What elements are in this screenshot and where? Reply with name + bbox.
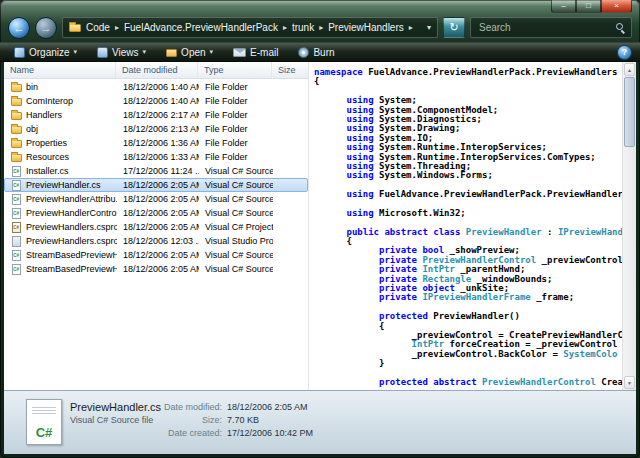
forward-button[interactable]: → bbox=[35, 17, 57, 39]
code-token bbox=[314, 377, 379, 387]
chevron-down-icon: ▾ bbox=[143, 48, 147, 56]
file-row[interactable]: Handlers18/12/2006 2:17 AMFile Folder bbox=[4, 108, 308, 122]
scrollbar-thumb[interactable] bbox=[624, 77, 635, 147]
breadcrumb-segment[interactable]: trunk bbox=[292, 22, 314, 33]
maximize-button[interactable]: □ bbox=[576, 0, 601, 13]
file-name-cell: bin bbox=[5, 82, 117, 92]
vsuser-icon bbox=[12, 236, 21, 247]
code-token: : bbox=[542, 227, 558, 237]
file-name: PreviewHandlers.cspro... bbox=[26, 236, 117, 246]
file-date: 18/12/2006 2:17 AM bbox=[117, 110, 199, 120]
toolbar-button-email[interactable]: E-mail bbox=[227, 45, 284, 60]
file-row[interactable]: Properties18/12/2006 1:36 AMFile Folder bbox=[4, 136, 308, 150]
file-row[interactable]: C#PreviewHandlers.csproj18/12/2006 2:05 … bbox=[4, 220, 308, 234]
help-button[interactable]: ? bbox=[617, 45, 632, 60]
search-icon[interactable] bbox=[616, 23, 625, 32]
file-date: 18/12/2006 2:05 AM bbox=[117, 250, 199, 260]
details-file-name: PreviewHandler.cs bbox=[70, 400, 144, 414]
toolbar-button-organize[interactable]: Organize▾ bbox=[8, 45, 83, 60]
file-type: File Folder bbox=[199, 138, 273, 148]
column-header-size[interactable]: Size bbox=[272, 62, 308, 78]
breadcrumb-separator-icon[interactable]: ▸ bbox=[409, 23, 413, 32]
column-header-type[interactable]: Type bbox=[198, 62, 272, 78]
file-name-cell: C#Installer.cs bbox=[5, 166, 117, 177]
preview-pane: namespace FuelAdvance.PreviewHandlerPack… bbox=[309, 62, 636, 390]
file-name-cell: ComInterop bbox=[5, 96, 117, 106]
file-row[interactable]: C#StreamBasedPreviewH...18/12/2006 2:05 … bbox=[4, 248, 308, 262]
toolbar-button-burn[interactable]: Burn bbox=[292, 45, 340, 60]
file-date: 18/12/2006 12:03 ... bbox=[117, 236, 199, 246]
column-header-date-modified[interactable]: Date modified bbox=[116, 62, 198, 78]
file-row[interactable]: C#StreamBasedPreviewH...18/12/2006 2:05 … bbox=[4, 262, 308, 276]
chevron-down-icon: ▾ bbox=[210, 48, 214, 56]
code-view: namespace FuelAdvance.PreviewHandlerPack… bbox=[309, 62, 622, 390]
file-date: 18/12/2006 1:33 AM bbox=[117, 152, 199, 162]
file-row[interactable]: Resources18/12/2006 1:33 AMFile Folder bbox=[4, 150, 308, 164]
scroll-up-icon: ▲ bbox=[627, 67, 632, 73]
file-row[interactable]: ComInterop18/12/2006 1:40 AMFile Folder bbox=[4, 94, 308, 108]
address-dropdown-button[interactable]: ▾ bbox=[427, 23, 431, 32]
code-line: { bbox=[314, 77, 622, 86]
file-icon-glyph: C# bbox=[14, 225, 20, 230]
file-date: 17/12/2006 11:24 ... bbox=[117, 166, 199, 176]
file-row[interactable]: C#PreviewHandler.cs18/12/2006 2:05 AMVis… bbox=[4, 178, 308, 192]
close-button[interactable]: × bbox=[601, 0, 632, 13]
column-header-name[interactable]: Name bbox=[4, 62, 116, 78]
breadcrumb-separator-icon[interactable]: ▸ bbox=[319, 23, 323, 32]
breadcrumb-segment[interactable]: PreviewHandlers bbox=[328, 22, 404, 33]
titlebar[interactable]: – □ × bbox=[0, 0, 640, 13]
csproj-icon: C# bbox=[12, 222, 21, 233]
toolbar-button-views[interactable]: Views▾ bbox=[91, 45, 152, 60]
code-token: FuelAdvance.PreviewHandlerPack.PreviewHa… bbox=[374, 189, 622, 199]
file-name: Installer.cs bbox=[26, 166, 69, 176]
file-row[interactable]: obj18/12/2006 2:13 AMFile Folder bbox=[4, 122, 308, 136]
code-token: SystemColo bbox=[563, 349, 617, 359]
file-rows: bin18/12/2006 1:40 AMFile FolderComInter… bbox=[4, 79, 308, 390]
file-name-cell: C#PreviewHandler.cs bbox=[5, 180, 117, 191]
breadcrumb-segment[interactable]: Code bbox=[86, 22, 110, 33]
minimize-button[interactable]: – bbox=[551, 0, 576, 13]
code-token: PreviewHandler bbox=[466, 227, 542, 237]
code-line: } bbox=[314, 359, 622, 368]
breadcrumb-segment[interactable]: FuelAdvance.PreviewHandlerPack bbox=[124, 22, 278, 33]
file-name-cell: C#PreviewHandlerAttribu... bbox=[5, 194, 117, 205]
file-row[interactable]: C#PreviewHandlerContro...18/12/2006 2:05… bbox=[4, 206, 308, 220]
breadcrumb[interactable]: Code▸FuelAdvance.PreviewHandlerPack▸trun… bbox=[62, 17, 438, 38]
code-token: protected bbox=[379, 311, 428, 321]
file-date: 18/12/2006 1:36 AM bbox=[117, 138, 199, 148]
file-name: Resources bbox=[26, 152, 69, 162]
breadcrumb-separator-icon[interactable]: ▸ bbox=[283, 23, 287, 32]
file-name-cell: Properties bbox=[5, 138, 117, 148]
folder-icon bbox=[11, 84, 22, 92]
back-button[interactable]: ← bbox=[8, 17, 30, 39]
file-type: Visual C# Source f... bbox=[199, 194, 273, 204]
details-field-value: 7.70 KB bbox=[227, 414, 259, 427]
toolbar-button-open[interactable]: Open▾ bbox=[160, 45, 219, 60]
file-icon-glyph: C# bbox=[14, 253, 20, 258]
csharp-file-icon-glyph: C# bbox=[36, 426, 53, 439]
folder-icon bbox=[11, 154, 22, 162]
file-row[interactable]: PreviewHandlers.cspro...18/12/2006 12:03… bbox=[4, 234, 308, 248]
refresh-button[interactable]: ↻ bbox=[443, 17, 465, 38]
minimize-icon: – bbox=[561, 2, 565, 10]
file-name-cell: C#PreviewHandlers.csproj bbox=[5, 222, 117, 233]
chevron-down-icon: ▾ bbox=[74, 48, 78, 56]
toolbar-button-label: Organize bbox=[29, 47, 70, 58]
cs-icon: C# bbox=[12, 166, 21, 177]
breadcrumb-separator-icon[interactable]: ▸ bbox=[115, 23, 119, 32]
views-icon bbox=[97, 47, 108, 58]
code-token bbox=[314, 189, 347, 199]
file-row[interactable]: bin18/12/2006 1:40 AMFile Folder bbox=[4, 80, 308, 94]
search-input[interactable] bbox=[477, 21, 612, 34]
file-row[interactable]: C#PreviewHandlerAttribu...18/12/2006 2:0… bbox=[4, 192, 308, 206]
preview-scrollbar[interactable]: ▲ ▼ bbox=[622, 62, 636, 390]
details-field-label: Date created: bbox=[152, 427, 222, 440]
file-row[interactable]: C#Installer.cs17/12/2006 11:24 ...Visual… bbox=[4, 164, 308, 178]
file-type: File Folder bbox=[199, 152, 273, 162]
search-box[interactable] bbox=[470, 17, 632, 38]
scroll-down-button[interactable]: ▼ bbox=[624, 376, 635, 389]
file-date: 18/12/2006 2:05 AM bbox=[117, 208, 199, 218]
scroll-up-button[interactable]: ▲ bbox=[624, 63, 635, 76]
details-fields: Date modified:18/12/2006 2:05 AMSize:7.7… bbox=[152, 399, 313, 440]
file-type: File Folder bbox=[199, 124, 273, 134]
